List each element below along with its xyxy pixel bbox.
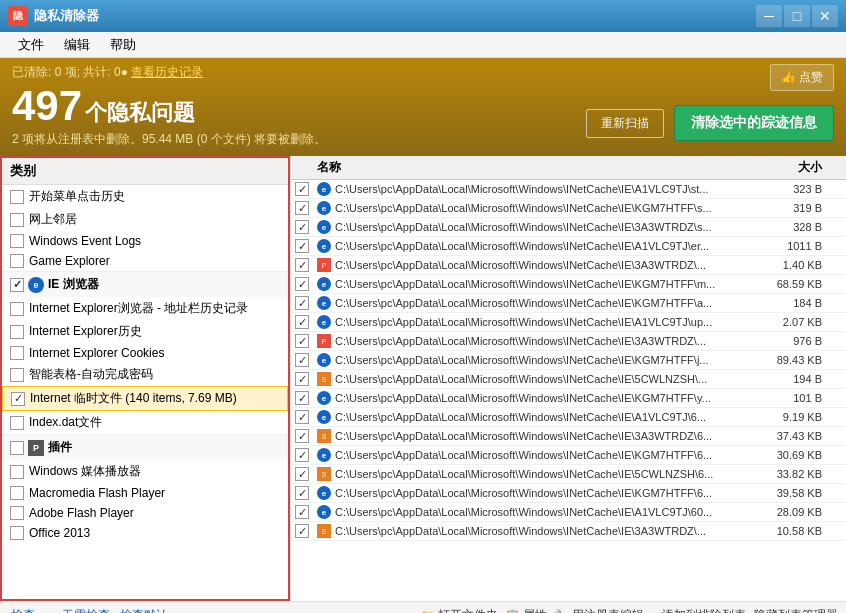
- table-row[interactable]: S C:\Users\pc\AppData\Local\Microsoft\Wi…: [291, 522, 846, 541]
- properties-action[interactable]: 📋 属性: [506, 607, 547, 613]
- header: 已清除: 0 项; 共计: 0● 查看历史记录 497 个隐私问题 2 项将从注…: [0, 58, 846, 156]
- default-scan-button[interactable]: 检查默认: [117, 607, 171, 613]
- row-checkbox[interactable]: [295, 220, 309, 234]
- table-row[interactable]: S C:\Users\pc\AppData\Local\Microsoft\Wi…: [291, 465, 846, 484]
- table-row[interactable]: e C:\Users\pc\AppData\Local\Microsoft\Wi…: [291, 218, 846, 237]
- close-button[interactable]: ✕: [812, 5, 838, 27]
- category-flash-macro[interactable]: Macromedia Flash Player: [2, 483, 288, 503]
- checkbox-office[interactable]: [10, 526, 24, 540]
- registry-action[interactable]: 🔧 用注册表编辑...: [555, 607, 654, 613]
- open-folder-action[interactable]: 📁 打开文件夹: [421, 607, 498, 613]
- rescan-button[interactable]: 重新扫描: [586, 109, 664, 138]
- checkbox-ie-cookies[interactable]: [10, 346, 24, 360]
- view-history-link[interactable]: 查看历史记录: [131, 65, 203, 79]
- row-checkbox[interactable]: [295, 467, 309, 481]
- table-row[interactable]: e C:\Users\pc\AppData\Local\Microsoft\Wi…: [291, 484, 846, 503]
- row-checkbox[interactable]: [295, 258, 309, 272]
- table-row[interactable]: e C:\Users\pc\AppData\Local\Microsoft\Wi…: [291, 294, 846, 313]
- maximize-button[interactable]: □: [784, 5, 810, 27]
- category-office[interactable]: Office 2013: [2, 523, 288, 543]
- table-row[interactable]: S C:\Users\pc\AppData\Local\Microsoft\Wi…: [291, 370, 846, 389]
- menu-file[interactable]: 文件: [8, 32, 54, 58]
- table-row[interactable]: e C:\Users\pc\AppData\Local\Microsoft\Wi…: [291, 237, 846, 256]
- table-row[interactable]: e C:\Users\pc\AppData\Local\Microsoft\Wi…: [291, 199, 846, 218]
- row-file-name: e C:\Users\pc\AppData\Local\Microsoft\Wi…: [317, 410, 762, 424]
- row-checkbox[interactable]: [295, 239, 309, 253]
- row-checkbox[interactable]: [295, 334, 309, 348]
- row-checkbox[interactable]: [295, 429, 309, 443]
- row-checkbox[interactable]: [295, 486, 309, 500]
- checkbox-neighbors[interactable]: [10, 213, 24, 227]
- checkbox-win-media[interactable]: [10, 465, 24, 479]
- category-start-menu[interactable]: 开始菜单点击历史: [2, 185, 288, 208]
- checkbox-ie-history[interactable]: [10, 325, 24, 339]
- row-checkbox[interactable]: [295, 524, 309, 538]
- menu-edit[interactable]: 编辑: [54, 32, 100, 58]
- row-checkbox[interactable]: [295, 505, 309, 519]
- menu-help[interactable]: 帮助: [100, 32, 146, 58]
- row-file-name: e C:\Users\pc\AppData\Local\Microsoft\Wi…: [317, 486, 762, 500]
- row-checkbox[interactable]: [295, 353, 309, 367]
- checkbox-win-event-logs[interactable]: [10, 234, 24, 248]
- category-ie-indexdat[interactable]: Index.dat文件: [2, 411, 288, 434]
- category-win-media[interactable]: Windows 媒体播放器: [2, 460, 288, 483]
- scan-button[interactable]: 检查...: [8, 607, 48, 613]
- checkbox-flash-adobe[interactable]: [10, 506, 24, 520]
- row-checkbox[interactable]: [295, 315, 309, 329]
- header-subtitle: 2 项将从注册表中删除。95.44 MB (0 个文件) 将要被删除。: [12, 131, 326, 148]
- category-ie-address[interactable]: Internet Explorer浏览器 - 地址栏历史记录: [2, 297, 288, 320]
- category-ie-autocomplete[interactable]: 智能表格-自动完成密码: [2, 363, 288, 386]
- checkbox-flash-macro[interactable]: [10, 486, 24, 500]
- row-file-name: P C:\Users\pc\AppData\Local\Microsoft\Wi…: [317, 334, 762, 348]
- row-file-name: e C:\Users\pc\AppData\Local\Microsoft\Wi…: [317, 296, 762, 310]
- open-folder-label: 打开文件夹: [438, 607, 498, 613]
- row-checkbox[interactable]: [295, 201, 309, 215]
- category-flash-adobe[interactable]: Adobe Flash Player: [2, 503, 288, 523]
- like-button[interactable]: 👍 点赞: [770, 64, 834, 91]
- clean-button[interactable]: 清除选中的踪迹信息: [674, 105, 834, 141]
- row-checkbox[interactable]: [295, 410, 309, 424]
- category-ie-history[interactable]: Internet Explorer历史: [2, 320, 288, 343]
- ie-file-icon: e: [317, 277, 331, 291]
- table-row[interactable]: e C:\Users\pc\AppData\Local\Microsoft\Wi…: [291, 275, 846, 294]
- row-checkbox[interactable]: [295, 277, 309, 291]
- category-neighbors[interactable]: 网上邻居: [2, 208, 288, 231]
- checkbox-group-ie[interactable]: [10, 278, 24, 292]
- category-label-ie-autocomplete: 智能表格-自动完成密码: [29, 366, 153, 383]
- row-checkbox[interactable]: [295, 296, 309, 310]
- checkbox-ie-indexdat[interactable]: [10, 416, 24, 430]
- hide-manager-action[interactable]: 隐藏列表管理器: [754, 607, 838, 613]
- swf-file-icon: S: [317, 372, 331, 386]
- no-scan-button[interactable]: 无需检查: [59, 607, 113, 613]
- row-checkbox[interactable]: [295, 391, 309, 405]
- table-row[interactable]: e C:\Users\pc\AppData\Local\Microsoft\Wi…: [291, 446, 846, 465]
- ie-file-icon: e: [317, 220, 331, 234]
- row-file-name: S C:\Users\pc\AppData\Local\Microsoft\Wi…: [317, 372, 762, 386]
- category-win-event-logs[interactable]: Windows Event Logs: [2, 231, 288, 251]
- row-checkbox[interactable]: [295, 182, 309, 196]
- checkbox-ie-address[interactable]: [10, 302, 24, 316]
- row-checkbox[interactable]: [295, 372, 309, 386]
- category-ie-cookies[interactable]: Internet Explorer Cookies: [2, 343, 288, 363]
- table-row[interactable]: e C:\Users\pc\AppData\Local\Microsoft\Wi…: [291, 389, 846, 408]
- table-row[interactable]: P C:\Users\pc\AppData\Local\Microsoft\Wi…: [291, 256, 846, 275]
- checkbox-ie-temp[interactable]: [11, 392, 25, 406]
- category-ie-temp[interactable]: Internet 临时文件 (140 items, 7.69 MB): [2, 386, 288, 411]
- add-exclude-action[interactable]: 添加到排除列表: [662, 607, 746, 613]
- row-file-size: 10.58 KB: [762, 525, 842, 537]
- table-row[interactable]: e C:\Users\pc\AppData\Local\Microsoft\Wi…: [291, 180, 846, 199]
- checkbox-game-explorer[interactable]: [10, 254, 24, 268]
- table-row[interactable]: e C:\Users\pc\AppData\Local\Microsoft\Wi…: [291, 408, 846, 427]
- checkbox-ie-autocomplete[interactable]: [10, 368, 24, 382]
- row-checkbox[interactable]: [295, 448, 309, 462]
- table-row[interactable]: S C:\Users\pc\AppData\Local\Microsoft\Wi…: [291, 427, 846, 446]
- table-row[interactable]: P C:\Users\pc\AppData\Local\Microsoft\Wi…: [291, 332, 846, 351]
- table-row[interactable]: e C:\Users\pc\AppData\Local\Microsoft\Wi…: [291, 503, 846, 522]
- checkbox-group-plugin[interactable]: [10, 441, 24, 455]
- table-row[interactable]: e C:\Users\pc\AppData\Local\Microsoft\Wi…: [291, 351, 846, 370]
- category-game-explorer[interactable]: Game Explorer: [2, 251, 288, 271]
- issue-count: 497: [12, 82, 82, 129]
- minimize-button[interactable]: ─: [756, 5, 782, 27]
- table-row[interactable]: e C:\Users\pc\AppData\Local\Microsoft\Wi…: [291, 313, 846, 332]
- checkbox-start-menu[interactable]: [10, 190, 24, 204]
